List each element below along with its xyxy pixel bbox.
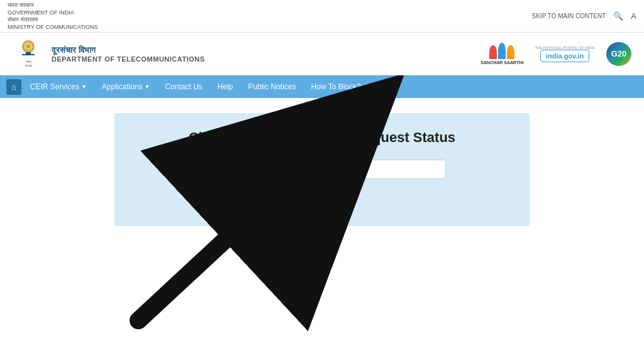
- emblem: भारत INDIA: [13, 36, 44, 71]
- skip-main-content-link[interactable]: SKIP TO MAIN CONTENT: [532, 13, 606, 19]
- submit-row: ✈ Submit: [133, 188, 511, 207]
- accessibility-icon[interactable]: A: [631, 11, 636, 21]
- g20-logo: G20: [606, 42, 631, 66]
- request-id-label: Enter Request ID: [198, 165, 261, 174]
- min-comm-label-en: MINISTRY OF COMMUNICATIONS: [8, 24, 98, 30]
- nav-ceir-services[interactable]: CEIR Services ▼: [24, 77, 93, 96]
- svg-rect-3: [26, 52, 31, 54]
- figure-1: [489, 45, 497, 59]
- nav-help[interactable]: Help: [211, 77, 240, 96]
- nav-contact-us[interactable]: Contact Us: [158, 77, 208, 96]
- dept-text: दूरसंचार विभाग DEPARTMENT OF TELECOMMUNI…: [52, 45, 205, 63]
- india-gov-text: india.gov.in: [540, 50, 589, 62]
- g20-circle: G20: [606, 42, 631, 66]
- gov-india-label-en: GOVERNMENT OF INDIA: [8, 9, 98, 16]
- submit-icon: ✈: [304, 193, 311, 202]
- gov-india-label: भारत सरकार: [8, 2, 98, 9]
- government-labels: भारत सरकार GOVERNMENT OF INDIA संचार मंत…: [8, 2, 98, 30]
- navbar: ⌂ CEIR Services ▼ Applications ▼ Contact…: [0, 75, 644, 98]
- india-gov-logo[interactable]: THE NATIONAL PORTAL OF INDIA india.gov.i…: [535, 46, 595, 62]
- min-comm-label: संचार मंत्रालय: [8, 16, 98, 23]
- home-button[interactable]: ⌂: [6, 79, 21, 95]
- header-logos: SANCHAR SAARTHI THE NATIONAL PORTAL OF I…: [480, 42, 631, 66]
- dept-name-hindi: दूरसंचार विभाग: [52, 45, 205, 55]
- submit-button[interactable]: ✈ Submit: [291, 188, 352, 207]
- ceir-dropdown-arrow: ▼: [81, 84, 87, 90]
- top-bar-right: SKIP TO MAIN CONTENT 🔍 A: [532, 11, 636, 21]
- site-header: भारत INDIA दूरसंचार विभाग DEPARTMENT OF …: [0, 33, 644, 75]
- submit-label: Submit: [314, 193, 340, 202]
- nav-applications[interactable]: Applications ▼: [96, 77, 157, 96]
- search-icon[interactable]: 🔍: [613, 11, 623, 21]
- svg-rect-4: [22, 54, 35, 55]
- nav-public-notices[interactable]: Public Notices: [242, 77, 303, 96]
- svg-text:भारत: भारत: [26, 60, 31, 63]
- sanchar-title: SANCHAR SAARTHI: [480, 60, 523, 65]
- dept-name-english: DEPARTMENT OF TELECOMMUNICATIONS: [52, 55, 205, 63]
- svg-text:INDIA: INDIA: [25, 64, 32, 67]
- main-content-card: Check lost/stolen Mobile Request Status …: [114, 113, 530, 226]
- figure-2: [498, 43, 506, 59]
- sanchar-figures: [489, 43, 514, 59]
- page-title: Check lost/stolen Mobile Request Status: [133, 129, 511, 146]
- top-bar: भारत सरकार GOVERNMENT OF INDIA संचार मंत…: [0, 0, 644, 33]
- svg-point-2: [26, 45, 30, 48]
- request-id-input[interactable]: [270, 160, 446, 179]
- sanchar-saarthi-logo: SANCHAR SAARTHI: [480, 43, 523, 65]
- figure-3: [507, 45, 514, 59]
- india-tagline: THE NATIONAL PORTAL OF INDIA: [535, 46, 595, 50]
- applications-dropdown-arrow: ▼: [145, 84, 150, 90]
- nav-how-to-block[interactable]: How to Block?: [305, 77, 367, 96]
- header-left: भारत INDIA दूरसंचार विभाग DEPARTMENT OF …: [13, 36, 205, 71]
- request-id-form-row: Enter Request ID: [133, 160, 511, 179]
